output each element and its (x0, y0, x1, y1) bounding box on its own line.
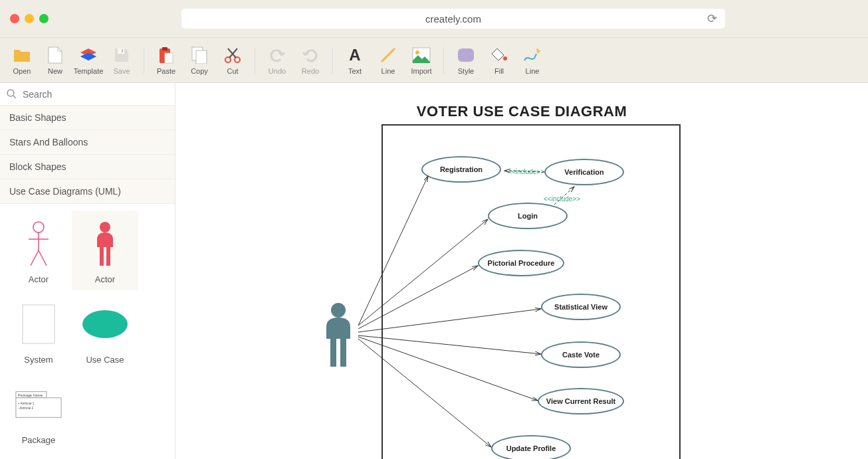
svg-point-29 (331, 303, 346, 318)
usecase-update[interactable]: Update Profile (491, 435, 571, 459)
shapes-panel: Actor Actor System Use Case (0, 204, 175, 459)
svg-line-15 (13, 96, 16, 98)
template-icon (79, 46, 98, 64)
text-icon: A (346, 46, 364, 64)
fill-icon (490, 46, 508, 64)
separator (443, 47, 444, 74)
category-block-shapes[interactable]: Block Shapes (0, 155, 175, 179)
minimize-window-button[interactable] (25, 14, 34, 23)
svg-rect-6 (196, 50, 207, 64)
separator (255, 47, 255, 74)
separator (144, 47, 144, 74)
usecase-registration[interactable]: Registration (421, 156, 501, 183)
close-window-button[interactable] (10, 14, 19, 23)
redo-icon (301, 46, 320, 64)
search-icon (7, 89, 17, 100)
svg-rect-1 (122, 49, 123, 52)
svg-point-11 (415, 50, 419, 54)
svg-point-14 (7, 90, 14, 96)
new-button[interactable]: New (39, 41, 72, 80)
svg-point-13 (503, 56, 507, 60)
system-icon (15, 298, 62, 351)
svg-text:Package Name: Package Name (18, 393, 43, 397)
fill-button[interactable]: Fill (483, 41, 516, 80)
open-button[interactable]: Open (5, 41, 39, 80)
cut-button[interactable]: Cut (216, 41, 249, 80)
separator (332, 47, 333, 74)
save-icon (112, 46, 131, 64)
svg-text:+ Attribute 1: + Attribute 1 (18, 402, 35, 405)
include-label-2: <<include>> (544, 195, 580, 203)
svg-text:- Attribute 2: - Attribute 2 (18, 407, 34, 411)
line-style-icon (523, 46, 542, 64)
category-usecase-uml[interactable]: Use Case Diagrams (UML) (0, 179, 175, 204)
usecase-viewresult[interactable]: View Current Result (538, 388, 624, 414)
undo-button[interactable]: Undo (261, 41, 294, 80)
svg-rect-12 (458, 48, 474, 62)
shape-actor-stick[interactable]: Actor (5, 211, 72, 290)
usecase-verification[interactable]: Verification (544, 159, 624, 185)
svg-line-9 (381, 48, 395, 62)
template-button[interactable]: Template (72, 41, 105, 80)
category-basic-shapes[interactable]: Basic Shapes (0, 106, 175, 130)
sidebar: Basic Shapes Stars And Balloons Block Sh… (0, 83, 175, 459)
actor-solid-icon (82, 217, 128, 270)
diagram-title[interactable]: VOTER USE CASE DIAGRAM (417, 103, 627, 120)
copy-button[interactable]: Copy (183, 41, 216, 80)
usecase-login[interactable]: Login (488, 203, 568, 229)
copy-icon (190, 46, 209, 64)
line-style-button[interactable]: Line (516, 41, 549, 80)
svg-point-23 (82, 310, 128, 338)
search-input[interactable] (23, 89, 168, 100)
window-controls (10, 14, 49, 23)
browser-chrome: creately.com ⟳ (0, 0, 868, 38)
save-button[interactable]: Save (105, 41, 138, 80)
svg-rect-3 (162, 47, 167, 50)
category-stars-balloons[interactable]: Stars And Balloons (0, 130, 175, 155)
search-row (0, 83, 175, 106)
package-icon: Package Name+ Attribute 1- Attribute 2 (15, 378, 62, 431)
redo-button[interactable]: Redo (294, 41, 327, 80)
svg-rect-0 (118, 48, 124, 54)
reload-icon[interactable]: ⟳ (707, 11, 717, 26)
usecase-statistical[interactable]: Statistical View (541, 294, 621, 320)
import-icon (412, 46, 431, 64)
url-bar[interactable]: creately.com ⟳ (181, 9, 725, 29)
svg-point-16 (33, 222, 44, 232)
line-button[interactable]: Line (372, 41, 405, 80)
shape-actor-solid[interactable]: Actor (72, 211, 138, 290)
paste-icon (157, 46, 175, 64)
svg-line-19 (31, 250, 39, 266)
shape-package[interactable]: Package Name+ Attribute 1- Attribute 2 P… (5, 372, 72, 452)
svg-line-20 (39, 250, 47, 266)
main-area: Basic Shapes Stars And Balloons Block Sh… (0, 83, 868, 459)
style-icon (457, 46, 475, 64)
usecase-icon (82, 298, 128, 351)
shape-usecase[interactable]: Use Case (72, 291, 138, 371)
shape-system[interactable]: System (5, 291, 72, 371)
folder-icon (13, 46, 31, 64)
maximize-window-button[interactable] (39, 14, 49, 23)
undo-icon (268, 46, 286, 64)
import-button[interactable]: Import (405, 41, 438, 80)
svg-rect-4 (165, 53, 173, 63)
toolbar: Open New Template Save Paste Copy C (0, 38, 868, 83)
actor-voter[interactable] (318, 302, 358, 371)
svg-rect-22 (23, 305, 54, 343)
include-label-1: <<include>> (508, 168, 544, 175)
new-doc-icon (46, 46, 64, 64)
svg-point-21 (100, 222, 110, 232)
line-icon (379, 46, 397, 64)
style-button[interactable]: Style (449, 41, 483, 80)
usecase-caste[interactable]: Caste Vote (541, 341, 621, 368)
usecase-pictorial[interactable]: Pictorial Procedure (478, 250, 564, 276)
actor-stick-icon (15, 217, 62, 270)
canvas[interactable]: VOTER USE CASE DIAGRAM Registration Veri… (175, 83, 868, 459)
url-text: creately.com (425, 13, 481, 25)
text-button[interactable]: A Text (338, 41, 372, 80)
paste-button[interactable]: Paste (150, 41, 183, 80)
cut-icon (223, 46, 242, 64)
